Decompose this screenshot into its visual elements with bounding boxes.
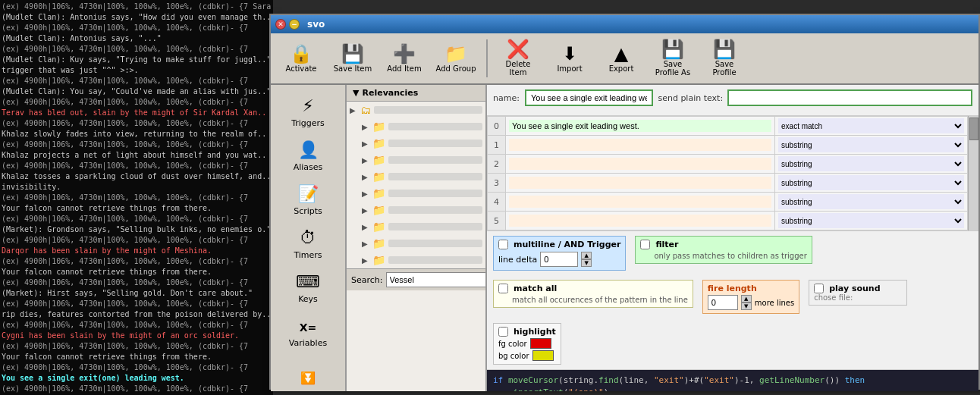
filter-checkbox[interactable]: [640, 240, 650, 249]
pattern-input-0[interactable]: [509, 120, 771, 132]
pattern-scrollbar[interactable]: [968, 116, 978, 230]
tree-item[interactable]: ▶📁: [347, 185, 485, 202]
terminal-line: (ex) 4900h|106%, 4730m|100%, 100w%, 100e…: [2, 214, 272, 224]
row-number: 3: [488, 174, 506, 193]
fg-color-row: fg color: [498, 338, 556, 349]
tree-item[interactable]: ▶📁: [347, 118, 485, 135]
tree-item-label: [388, 173, 482, 180]
fire-input[interactable]: [708, 295, 738, 310]
triggers-item[interactable]: ⚡Triggers: [275, 91, 341, 133]
tree-folder-icon: 📁: [372, 204, 385, 216]
pattern-input-3[interactable]: [509, 177, 771, 189]
pattern-input-2[interactable]: [509, 158, 771, 170]
save-profile-button[interactable]: 💾Save Profile: [700, 36, 749, 80]
save-item-button-icon: 💾: [341, 45, 364, 63]
pattern-input-4[interactable]: [509, 196, 771, 208]
delete-item-button[interactable]: ❌Delete Item: [494, 36, 542, 80]
keys-item[interactable]: ⌨Keys: [275, 267, 341, 309]
edit-area: name: send plain text: 0 exact match sub…: [487, 85, 978, 391]
activate-button[interactable]: 🔒Activate: [277, 36, 325, 80]
multiline-checkbox[interactable]: [498, 240, 508, 249]
terminal-line: (ex) 4900h|106%, 4730m|100%, 100w%, 100e…: [2, 299, 272, 309]
toolbar-separator: [486, 39, 488, 77]
name-input[interactable]: [525, 89, 653, 106]
pattern-table: 0 exact match substring perl regex begin…: [487, 116, 968, 230]
pattern-input-5[interactable]: [509, 215, 771, 227]
delta-input[interactable]: [540, 252, 578, 267]
pattern-input-1[interactable]: [509, 139, 771, 151]
match-type-select-1[interactable]: exact match substring perl regex begin o…: [778, 137, 964, 152]
variables-item[interactable]: X=Variables: [275, 311, 341, 353]
add-item-button[interactable]: ➕Add Item: [380, 36, 429, 80]
add-group-button[interactable]: 📁Add Group: [432, 36, 480, 80]
fire-up[interactable]: ▲: [741, 295, 752, 303]
highlight-group: highlight fg color bg color: [493, 323, 561, 365]
row-number: 4: [488, 193, 506, 212]
search-input[interactable]: [386, 272, 488, 287]
fg-color-box[interactable]: [530, 338, 551, 349]
delta-up[interactable]: ▲: [581, 252, 592, 259]
fire-down[interactable]: ▼: [741, 303, 752, 310]
filter-label: filter: [655, 240, 678, 249]
import-button[interactable]: ⬇Import: [545, 36, 594, 80]
minimize-button[interactable]: −: [289, 19, 300, 30]
scripts-item[interactable]: 📝Scripts: [275, 179, 341, 221]
sidebar-bottom-arrows[interactable]: ⏬: [300, 371, 316, 385]
match-type-select-0[interactable]: exact match substring perl regex begin o…: [778, 118, 964, 133]
play-sound-checkbox[interactable]: [814, 284, 824, 293]
search-bar: Search: ✕: [347, 268, 485, 290]
content-area: ⚡Triggers👤Aliases📝Scripts⏱Timers⌨KeysX=V…: [271, 85, 978, 391]
fire-count-row: ▲ ▼ more lines: [708, 295, 794, 310]
fire-spinner[interactable]: ▲ ▼: [741, 295, 752, 310]
save-item-button-label: Save Item: [334, 64, 372, 73]
filter-group: filter only pass matches to children as …: [635, 236, 812, 264]
terminal-line: (Market): Grondson says, "Selling bulk i…: [2, 224, 272, 235]
match-all-group: match all match all occurences of the pa…: [493, 280, 693, 308]
export-button-label: Export: [609, 64, 634, 73]
tree-expand-icon: ▶: [362, 190, 369, 198]
tree-folder-icon: 📁: [372, 137, 385, 149]
tree-item[interactable]: ▶📁: [347, 152, 485, 168]
tree-item[interactable]: ▶📁: [347, 202, 485, 218]
export-button[interactable]: ▲Export: [597, 36, 645, 80]
send-input[interactable]: [727, 89, 972, 106]
terminal-line: Darqor has been slain by the might of Me…: [2, 246, 272, 256]
tree-item[interactable]: ▶🗂: [347, 102, 485, 118]
match-type-select-2[interactable]: exact match substring perl regex begin o…: [778, 156, 964, 171]
tree-item[interactable]: ▶📁: [347, 168, 485, 185]
tree-item[interactable]: ▶📁: [347, 235, 485, 252]
match-type-select-5[interactable]: exact match substring perl regex begin o…: [778, 213, 964, 228]
tree-item[interactable]: ▶📁: [347, 252, 485, 268]
terminal-line: Khalaz tosses a sparkling cloud of dust …: [2, 171, 272, 182]
toolbar: 🔒Activate💾Save Item➕Add Item📁Add Group❌D…: [271, 33, 978, 85]
tree-item-label: [374, 106, 482, 114]
delete-item-button-icon: ❌: [507, 40, 529, 58]
tree-folder-icon: 📁: [372, 154, 385, 166]
delta-down[interactable]: ▼: [581, 259, 592, 267]
highlight-checkbox[interactable]: [498, 327, 508, 337]
name-row: name: send plain text:: [493, 89, 972, 106]
terminal-line: You see a single exit(one) leading west.: [2, 373, 272, 384]
terminal-line: (ex) 4900h|106%, 4730m|100%, 100w%, 100e…: [2, 118, 272, 129]
aliases-item[interactable]: 👤Aliases: [275, 135, 341, 177]
pattern-cell: [506, 174, 775, 193]
save-item-button[interactable]: 💾Save Item: [328, 36, 377, 80]
terminal-line: (ex) 4900h|106%, 4730m|100%, 100w%, 100e…: [2, 76, 272, 86]
bg-color-box[interactable]: [532, 350, 554, 361]
pattern-row: 2 exact match substring perl regex begin…: [488, 155, 968, 174]
timers-item[interactable]: ⏱Timers: [275, 223, 341, 265]
terminal-line: (ex) 4900h|106%, 4730m|100%, 100w%, 100e…: [2, 256, 272, 267]
match-type-select-3[interactable]: exact match substring perl regex begin o…: [778, 175, 964, 190]
delta-spinner[interactable]: ▲ ▼: [581, 252, 592, 267]
terminal-line: (ex) 4900h|106%, 4730m|100%, 100w%, 100e…: [2, 2, 272, 12]
match-type-select-4[interactable]: exact match substring perl regex begin o…: [778, 194, 964, 209]
code-editor[interactable]: if moveCursor(string.find(line, "exit")+…: [487, 370, 978, 391]
tree-item[interactable]: ▶📁: [347, 135, 485, 152]
save-profile-as-button-label: Save Profile As: [651, 60, 695, 77]
save-profile-as-button[interactable]: 💾Save Profile As: [649, 36, 697, 80]
match-all-checkbox[interactable]: [498, 284, 508, 293]
close-button[interactable]: ✕: [275, 19, 286, 30]
import-button-label: Import: [557, 64, 582, 73]
tree-item[interactable]: ▶📁: [347, 218, 485, 235]
terminal-line: rip dies, features contorted from the po…: [2, 309, 272, 320]
